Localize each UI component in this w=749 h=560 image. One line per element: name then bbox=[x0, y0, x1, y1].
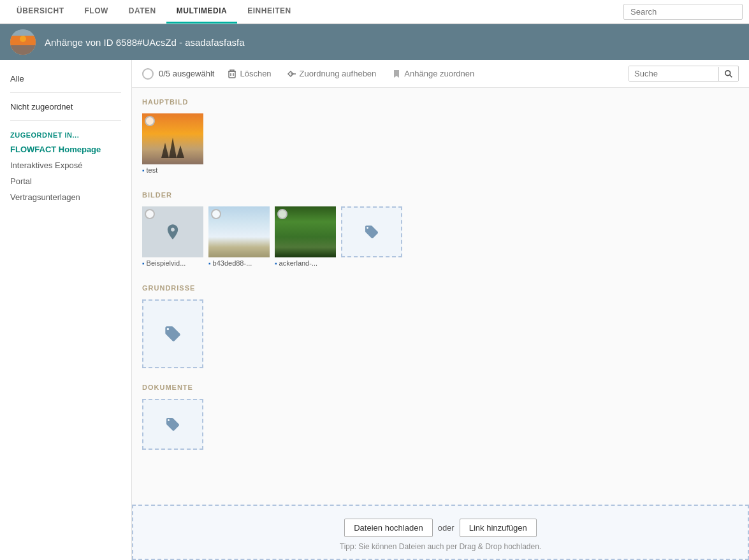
unassign-button[interactable]: Zuordnung aufheben bbox=[284, 68, 379, 80]
svg-rect-4 bbox=[10, 45, 36, 55]
image-type-icon-3: ▪ bbox=[275, 260, 277, 267]
image-thumb-test[interactable] bbox=[142, 113, 203, 164]
assign-label: Anhänge zuordnen bbox=[404, 69, 474, 78]
image-thumb-pier[interactable] bbox=[208, 206, 270, 257]
unassign-label: Zuordnung aufheben bbox=[300, 69, 377, 78]
location-icon bbox=[164, 223, 182, 241]
delete-label: Löschen bbox=[240, 69, 271, 78]
section-title-grundrisse: GRUNDRISSE bbox=[142, 284, 739, 292]
svg-line-10 bbox=[730, 75, 732, 77]
section-bilder: BILDER ▪ bbox=[142, 191, 739, 269]
card-checkbox-test[interactable] bbox=[145, 116, 155, 126]
image-card-pier: ▪ b43ded88-... bbox=[208, 206, 270, 269]
image-name-beispielvid: Beispielvid... bbox=[147, 259, 186, 267]
toolbar: 0/5 ausgewählt Löschen Zuordnung aufhebe… bbox=[132, 60, 749, 88]
assign-button[interactable]: Anhänge zuordnen bbox=[389, 68, 477, 80]
nav-einheiten[interactable]: EINHEITEN bbox=[237, 0, 302, 24]
search-box bbox=[629, 66, 739, 82]
nav-multimedia[interactable]: MULTIMEDIA bbox=[166, 0, 237, 24]
upload-files-button[interactable]: Dateien hochladen bbox=[344, 519, 432, 537]
selection-count: 0/5 ausgewählt bbox=[159, 69, 214, 78]
global-search-input[interactable] bbox=[623, 4, 743, 20]
dropzone-bilder[interactable] bbox=[341, 206, 402, 257]
tag-icon-dokumente bbox=[165, 417, 180, 432]
nav-daten[interactable]: DATEN bbox=[119, 0, 166, 24]
svg-point-9 bbox=[725, 70, 731, 75]
bilder-grid: ▪ Beispielvid... ▪ b43ded88-... bbox=[142, 206, 739, 269]
nav-ubersicht[interactable]: ÜBERSICHT bbox=[6, 0, 75, 24]
selection-control: 0/5 ausgewählt bbox=[142, 68, 214, 80]
image-type-icon-2: ▪ bbox=[208, 260, 211, 267]
hauptbild-grid: ▪ test bbox=[142, 113, 739, 176]
sidebar-link-portal[interactable]: Portal bbox=[0, 173, 131, 189]
image-type-icon-1: ▪ bbox=[142, 260, 145, 267]
header-bar: Anhänge von ID 6588#UAcsZd - asadafasfas… bbox=[0, 24, 749, 60]
upload-controls: Dateien hochladen oder Link hinzufügen bbox=[344, 519, 537, 537]
dropzone-dokumente[interactable] bbox=[142, 399, 203, 450]
image-card-dropzone-grundrisse bbox=[142, 299, 203, 368]
add-link-button[interactable]: Link hinzufügen bbox=[460, 519, 537, 537]
svg-rect-5 bbox=[229, 71, 235, 78]
section-title-bilder: BILDER bbox=[142, 191, 739, 199]
sidebar-divider-2 bbox=[10, 120, 121, 121]
tag-icon-grundrisse bbox=[164, 325, 182, 343]
section-title-dokumente: DOKUMENTE bbox=[142, 384, 739, 391]
image-card-dropzone-dokumente bbox=[142, 399, 203, 450]
image-label-test: ▪ test bbox=[142, 164, 203, 176]
search-input[interactable] bbox=[629, 66, 718, 81]
section-hauptbild: HAUPTBILD ▪ test bbox=[142, 98, 739, 176]
image-card-beispielvid: ▪ Beispielvid... bbox=[142, 206, 203, 269]
upload-or-text: oder bbox=[438, 523, 454, 533]
card-checkbox-beispielvid[interactable] bbox=[145, 209, 155, 219]
dropzone-grundrisse[interactable] bbox=[142, 299, 203, 368]
image-label-forest: ▪ ackerland-... bbox=[275, 257, 336, 269]
sidebar-divider-1 bbox=[10, 92, 121, 93]
card-checkbox-forest[interactable] bbox=[277, 209, 287, 219]
nav-flow[interactable]: FLOW bbox=[75, 0, 119, 24]
main-layout: Alle Nicht zugeordnet ZUGEORDNET IN... F… bbox=[0, 60, 749, 560]
search-icon bbox=[724, 69, 733, 78]
image-name-forest: ackerland-... bbox=[279, 259, 318, 267]
sidebar-link-flowfact[interactable]: FLOWFACT Homepage bbox=[0, 141, 131, 157]
section-title-hauptbild: HAUPTBILD bbox=[142, 98, 739, 106]
delete-button[interactable]: Löschen bbox=[224, 68, 273, 80]
image-thumb-beispielvid[interactable] bbox=[142, 206, 203, 257]
unassign-icon bbox=[287, 69, 297, 79]
tag-icon bbox=[364, 224, 379, 240]
avatar bbox=[10, 29, 36, 55]
page-title: Anhänge von ID 6588#UAcsZd - asadafasfas… bbox=[45, 37, 245, 48]
image-card-dropzone-bilder bbox=[341, 206, 402, 269]
assign-icon bbox=[391, 69, 402, 79]
search-button[interactable] bbox=[718, 67, 738, 81]
select-all-checkbox[interactable] bbox=[142, 68, 154, 80]
sidebar-section-label: ZUGEORDNET IN... bbox=[0, 126, 131, 141]
image-type-icon: ▪ bbox=[142, 167, 145, 174]
image-name-test: test bbox=[147, 166, 158, 174]
card-checkbox-pier[interactable] bbox=[211, 209, 221, 219]
content-area: 0/5 ausgewählt Löschen Zuordnung aufhebe… bbox=[132, 60, 749, 560]
top-navigation: ÜBERSICHT FLOW DATEN MULTIMEDIA EINHEITE… bbox=[0, 0, 749, 24]
section-grundrisse: GRUNDRISSE bbox=[142, 284, 739, 368]
image-label-pier: ▪ b43ded88-... bbox=[208, 257, 270, 269]
grundrisse-grid bbox=[142, 299, 739, 368]
image-label-beispielvid: ▪ Beispielvid... bbox=[142, 257, 203, 269]
image-card-test: ▪ test bbox=[142, 113, 203, 176]
svg-point-3 bbox=[20, 36, 26, 42]
image-card-forest: ▪ ackerland-... bbox=[275, 206, 336, 269]
sidebar-link-expose[interactable]: Interaktives Exposé bbox=[0, 157, 131, 173]
sidebar-item-not-assigned[interactable]: Nicht zugeordnet bbox=[0, 98, 131, 115]
image-thumb-forest[interactable] bbox=[275, 206, 336, 257]
delete-icon bbox=[227, 69, 237, 79]
media-scroll-container[interactable]: HAUPTBILD ▪ test BIL bbox=[132, 88, 749, 505]
upload-tip: Tipp: Sie können Dateien auch per Drag &… bbox=[340, 542, 541, 551]
sidebar-item-alle[interactable]: Alle bbox=[0, 70, 131, 87]
dokumente-grid bbox=[142, 399, 739, 450]
section-dokumente: DOKUMENTE bbox=[142, 384, 739, 450]
image-name-pier: b43ded88-... bbox=[213, 259, 252, 267]
upload-bar: Dateien hochladen oder Link hinzufügen T… bbox=[132, 505, 749, 560]
global-search bbox=[623, 4, 743, 20]
sidebar: Alle Nicht zugeordnet ZUGEORDNET IN... F… bbox=[0, 60, 132, 560]
sidebar-link-vertragsunterlagen[interactable]: Vertragsunterlagen bbox=[0, 189, 131, 205]
